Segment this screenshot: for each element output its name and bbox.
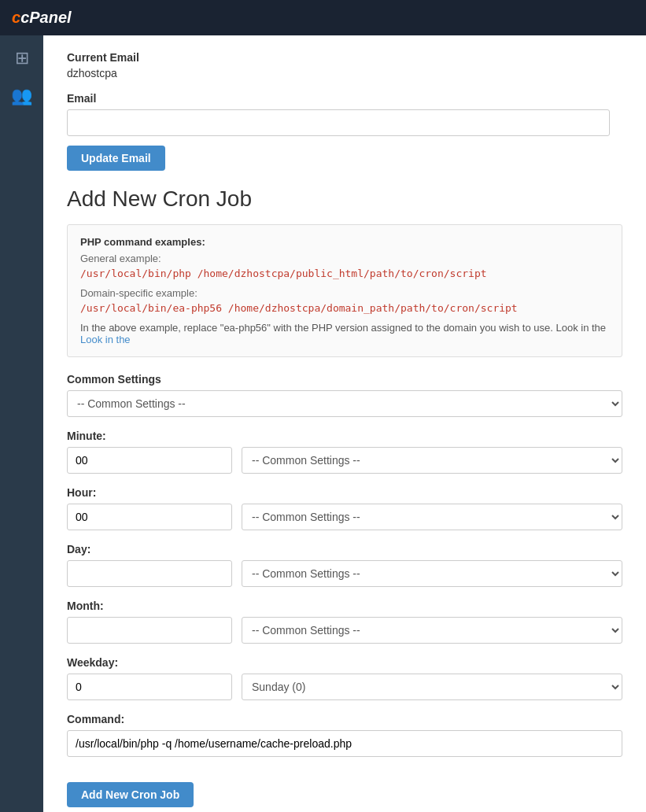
weekday-input[interactable] bbox=[67, 674, 232, 700]
hour-input[interactable] bbox=[67, 504, 232, 530]
add-cron-job-button[interactable]: Add New Cron Job bbox=[67, 782, 194, 807]
day-label: Day: bbox=[67, 543, 622, 555]
day-dropdown[interactable]: -- Common Settings -- bbox=[242, 560, 622, 587]
general-example-label: General example: bbox=[80, 253, 609, 264]
command-section: Command: bbox=[67, 713, 622, 757]
top-nav: ccPanel bbox=[0, 0, 646, 35]
common-settings-dropdown[interactable]: -- Common Settings -- bbox=[67, 390, 622, 417]
hour-section: Hour: -- Common Settings -- bbox=[67, 486, 622, 530]
day-section: Day: -- Common Settings -- bbox=[67, 543, 622, 587]
weekday-section: Weekday: Sunday (0) Monday (1) Tuesday (… bbox=[67, 656, 622, 700]
month-row: -- Common Settings -- bbox=[67, 617, 622, 644]
main-content: Current Email dzhostcpa Email Update Ema… bbox=[43, 35, 646, 812]
section-heading: Add New Cron Job bbox=[67, 186, 622, 212]
grid-icon[interactable]: ⊞ bbox=[10, 43, 34, 73]
minute-row: -- Common Settings -- bbox=[67, 447, 622, 474]
command-input[interactable] bbox=[67, 730, 622, 757]
current-email-value: dzhostcpa bbox=[67, 67, 622, 79]
hour-label: Hour: bbox=[67, 486, 622, 499]
weekday-row: Sunday (0) Monday (1) Tuesday (2) Wednes… bbox=[67, 674, 622, 700]
minute-input[interactable] bbox=[67, 447, 232, 474]
month-label: Month: bbox=[67, 600, 622, 612]
month-input[interactable] bbox=[67, 617, 232, 644]
sidebar: ⊞ 👥 bbox=[0, 35, 43, 812]
day-input[interactable] bbox=[67, 560, 232, 587]
common-settings-section: Common Settings -- Common Settings -- bbox=[67, 373, 622, 417]
domain-example-label: Domain-specific example: bbox=[80, 287, 609, 299]
update-email-button[interactable]: Update Email bbox=[67, 146, 165, 171]
look-in-link[interactable]: Look in the bbox=[80, 334, 131, 345]
weekday-dropdown[interactable]: Sunday (0) Monday (1) Tuesday (2) Wednes… bbox=[242, 674, 622, 700]
php-note-text: In the above example, replace "ea-php56"… bbox=[80, 322, 609, 345]
month-dropdown[interactable]: -- Common Settings -- bbox=[242, 617, 622, 644]
hour-dropdown[interactable]: -- Common Settings -- bbox=[242, 504, 622, 530]
current-email-label: Current Email bbox=[67, 51, 622, 64]
php-examples-box: PHP command examples: General example: /… bbox=[67, 224, 622, 357]
minute-dropdown[interactable]: -- Common Settings -- bbox=[242, 447, 622, 474]
users-icon[interactable]: 👥 bbox=[6, 81, 37, 111]
brand-logo: ccPanel bbox=[12, 9, 72, 27]
minute-label: Minute: bbox=[67, 430, 622, 442]
common-settings-label: Common Settings bbox=[67, 373, 622, 386]
php-examples-title: PHP command examples: bbox=[80, 236, 609, 248]
month-section: Month: -- Common Settings -- bbox=[67, 600, 622, 644]
command-label: Command: bbox=[67, 713, 622, 725]
hour-row: -- Common Settings -- bbox=[67, 504, 622, 530]
weekday-label: Weekday: bbox=[67, 656, 622, 669]
email-input[interactable] bbox=[67, 109, 610, 136]
general-example-code: /usr/local/bin/php /home/dzhostcpa/publi… bbox=[80, 268, 609, 279]
page-layout: ⊞ 👥 Current Email dzhostcpa Email Update… bbox=[0, 35, 646, 812]
minute-section: Minute: -- Common Settings -- bbox=[67, 430, 622, 474]
domain-example-code: /usr/local/bin/ea-php56 /home/dzhostcpa/… bbox=[80, 302, 609, 314]
day-row: -- Common Settings -- bbox=[67, 560, 622, 587]
email-section-label: Email bbox=[67, 92, 622, 105]
